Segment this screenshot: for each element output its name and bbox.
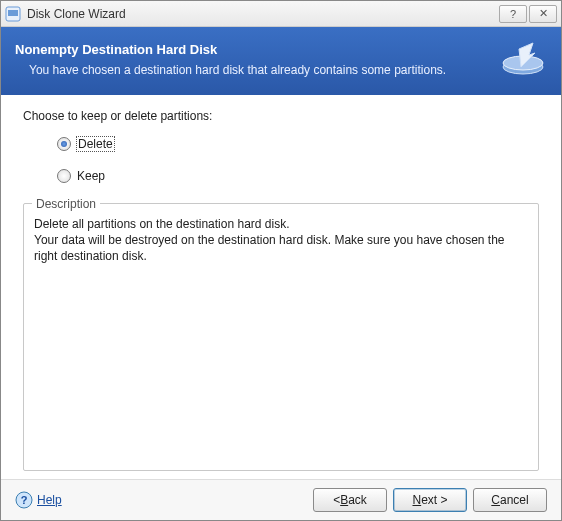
content-area: Choose to keep or delete partitions: Del… <box>1 95 561 479</box>
back-button[interactable]: < Back <box>313 488 387 512</box>
help-icon: ? <box>15 491 33 509</box>
radio-delete-row[interactable]: Delete <box>57 137 539 151</box>
banner-text: Nonempty Destination Hard Disk You have … <box>15 42 491 77</box>
titlebar: Disk Clone Wizard ? ✕ <box>1 1 561 27</box>
radio-keep[interactable] <box>57 169 71 183</box>
help-link[interactable]: Help <box>37 493 62 507</box>
banner-title: Nonempty Destination Hard Disk <box>15 42 491 57</box>
description-legend: Description <box>32 196 100 212</box>
svg-text:?: ? <box>21 494 28 506</box>
prompt-text: Choose to keep or delete partitions: <box>23 109 539 123</box>
close-button[interactable]: ✕ <box>529 5 557 23</box>
help-button[interactable]: ? <box>499 5 527 23</box>
disk-icon <box>499 37 547 81</box>
radio-keep-label[interactable]: Keep <box>77 169 105 183</box>
banner-subtitle: You have chosen a destination hard disk … <box>15 63 491 77</box>
help-area: ? Help <box>15 491 307 509</box>
next-button[interactable]: Next > <box>393 488 467 512</box>
description-group: Description Delete all partitions on the… <box>23 203 539 471</box>
wizard-window: Disk Clone Wizard ? ✕ Nonempty Destinati… <box>0 0 562 521</box>
radio-delete[interactable] <box>57 137 71 151</box>
footer: ? Help < Back Next > Cancel <box>1 479 561 520</box>
description-line2: Your data will be destroyed on the desti… <box>34 232 528 264</box>
radio-keep-row[interactable]: Keep <box>57 169 539 183</box>
svg-rect-1 <box>8 10 18 16</box>
window-title: Disk Clone Wizard <box>27 7 499 21</box>
radio-delete-label[interactable]: Delete <box>77 137 114 151</box>
banner: Nonempty Destination Hard Disk You have … <box>1 27 561 95</box>
cancel-button[interactable]: Cancel <box>473 488 547 512</box>
window-buttons: ? ✕ <box>499 5 557 23</box>
app-icon <box>5 6 21 22</box>
description-line1: Delete all partitions on the destination… <box>34 216 528 232</box>
